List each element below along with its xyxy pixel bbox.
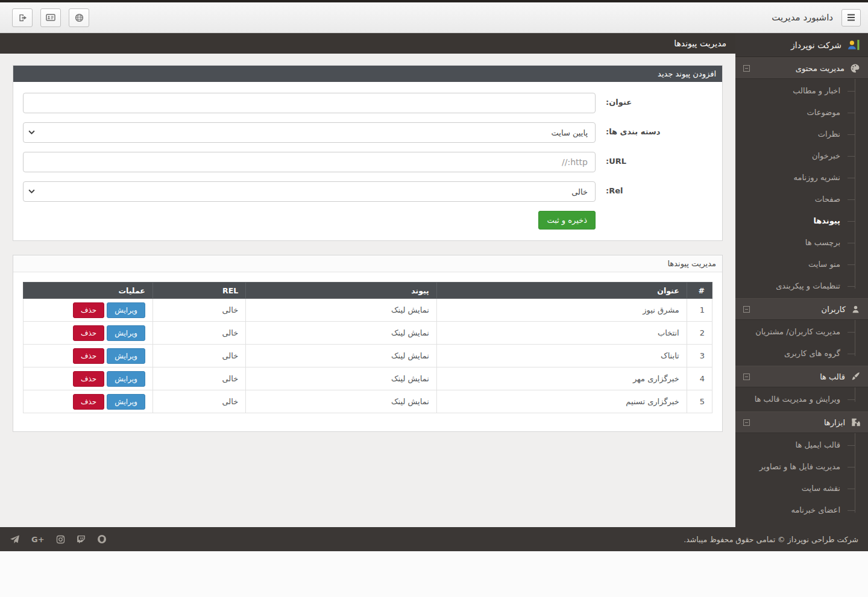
profile-card-button[interactable] xyxy=(40,8,61,27)
column-header-0: # xyxy=(687,283,712,299)
links-list-panel: مدیریت پیوندها #عنوانپیوندRELعملیات 1مشر… xyxy=(13,255,723,432)
delete-button[interactable]: حذف xyxy=(73,325,104,341)
link-cell: نمایش لینک xyxy=(246,322,437,345)
show-link-anchor[interactable]: نمایش لینک xyxy=(391,328,429,337)
site-view-button[interactable] xyxy=(69,8,89,27)
show-link-anchor[interactable]: نمایش لینک xyxy=(391,397,429,406)
logout-icon xyxy=(18,13,27,22)
instagram-link[interactable] xyxy=(56,535,65,544)
sidebar-item-tools-3[interactable]: اعضای خبرنامه xyxy=(735,499,868,521)
edit-button[interactable]: ویرایش xyxy=(107,325,145,341)
link-title-cell: تابناک xyxy=(436,345,687,367)
id-card-icon xyxy=(46,13,55,22)
add-link-form: عنوان:دسته بندی ها:پایین سایتURL:Rel:خال… xyxy=(13,82,722,240)
sidebar-item-tools-0[interactable]: قالب ایمیل ها xyxy=(735,434,868,456)
collapse-minus-icon xyxy=(743,65,750,72)
sidebar-item-content-9[interactable]: تنظیمات و پیکربندی xyxy=(735,275,868,297)
twitch-link[interactable] xyxy=(77,535,86,544)
show-link-anchor[interactable]: نمایش لینک xyxy=(391,305,429,314)
rel-form-row: Rel:خالی xyxy=(23,181,712,202)
edit-button[interactable]: ویرایش xyxy=(107,348,145,364)
title-form-row: عنوان: xyxy=(23,93,712,113)
sidebar-item-content-7[interactable]: برچسب ها xyxy=(735,232,868,254)
puzzle-icon xyxy=(851,417,860,427)
sidebar-item-tools-2[interactable]: نقشه سایت xyxy=(735,478,868,499)
menu-toggle-button[interactable] xyxy=(841,9,861,27)
sidebar-section-content[interactable]: مدیریت محتوی xyxy=(735,57,868,79)
logout-button[interactable] xyxy=(12,8,33,27)
sidebar-section-items-templates: ویرایش و مدیریت قالب ها xyxy=(735,387,868,411)
save-button[interactable]: ذخیره و ثبت xyxy=(538,211,596,230)
sidebar-section-items-tools: قالب ایمیل هامدیریت فایل ها و تصاویرنقشه… xyxy=(735,433,868,522)
shield-circle-link[interactable] xyxy=(97,534,107,544)
sidebar-item-content-5[interactable]: صفحات xyxy=(735,189,868,210)
links-table: #عنوانپیوندRELعملیات 1مشرق نیوزنمایش لین… xyxy=(23,282,712,413)
sidebar-item-users-0[interactable]: مدیریت کاربران/ مشتریان xyxy=(735,321,868,343)
twitch-icon xyxy=(77,535,86,544)
table-row: 2انتخابنمایش لینکخالیویرایشحذف xyxy=(24,322,712,345)
sidebar-section-tools[interactable]: ابزارها xyxy=(735,411,868,433)
sidebar-item-content-4[interactable]: نشریه روزنامه xyxy=(735,167,868,189)
rel-cell: خالی xyxy=(153,299,245,322)
sidebar-section-templates[interactable]: قالب ها xyxy=(735,366,868,387)
sidebar-item-content-2[interactable]: نظرات xyxy=(735,123,868,145)
sidebar-section-label: ابزارها xyxy=(824,418,845,427)
category-label: دسته بندی ها: xyxy=(596,122,712,143)
edit-button[interactable]: ویرایش xyxy=(107,302,145,318)
sidebar-company[interactable]: شرکت نوپرداز xyxy=(735,33,868,57)
edit-button[interactable]: ویرایش xyxy=(107,394,145,410)
footer-social-links: G+ xyxy=(10,534,107,545)
sidebar-section-items-users: مدیریت کاربران/ مشتریانگروه های کاربری xyxy=(735,320,868,366)
sidebar-item-users-1[interactable]: گروه های کاربری xyxy=(735,343,868,364)
table-row: 1مشرق نیوزنمایش لینکخالیویرایشحذف xyxy=(24,299,712,322)
user-icon xyxy=(851,305,860,314)
table-row: 3تابناکنمایش لینکخالیویرایشحذف xyxy=(24,345,712,367)
google-plus-link[interactable]: G+ xyxy=(31,535,45,544)
google-plus-icon: G+ xyxy=(31,535,45,544)
main-content: مدیریت پیوندها افزودن پیوند جدید عنوان:د… xyxy=(0,33,735,527)
sidebar-section-users[interactable]: کاربران xyxy=(735,298,868,320)
url-label: URL: xyxy=(596,152,712,172)
admin-dashboard: داشبورد مدیریت شرکت نوپرداز مدیریت محتوی… xyxy=(0,0,868,597)
sidebar-item-content-6[interactable]: پیوندها xyxy=(735,210,868,232)
rel-cell: خالی xyxy=(153,367,245,390)
telegram-icon xyxy=(10,534,20,545)
telegram-link[interactable] xyxy=(10,534,20,545)
show-link-anchor[interactable]: نمایش لینک xyxy=(391,351,429,360)
palette-icon xyxy=(850,63,860,73)
brush-icon xyxy=(851,372,860,381)
sidebar-item-tools-1[interactable]: مدیریت فایل ها و تصاویر xyxy=(735,456,868,478)
link-cell: نمایش لینک xyxy=(246,345,437,367)
category-select[interactable]: پایین سایت xyxy=(23,122,596,143)
sidebar: شرکت نوپرداز مدیریت محتویاخبار و مطالبمو… xyxy=(735,33,868,527)
row-number-cell: 5 xyxy=(687,390,712,413)
collapse-minus-icon xyxy=(743,306,750,313)
column-header-1: عنوان xyxy=(436,283,687,299)
delete-button[interactable]: حذف xyxy=(73,394,104,410)
sidebar-item-templates-0[interactable]: ویرایش و مدیریت قالب ها xyxy=(735,389,868,410)
links-table-wrap: #عنوانپیوندRELعملیات 1مشرق نیوزنمایش لین… xyxy=(13,272,722,431)
rel-cell: خالی xyxy=(153,345,245,367)
column-header-4: عملیات xyxy=(24,283,153,299)
title-input[interactable] xyxy=(23,93,596,113)
show-link-anchor[interactable]: نمایش لینک xyxy=(391,374,429,383)
row-number-cell: 4 xyxy=(687,367,712,390)
delete-button[interactable]: حذف xyxy=(73,302,104,318)
collapse-minus-icon xyxy=(743,374,750,380)
row-number-cell: 2 xyxy=(687,322,712,345)
delete-button[interactable]: حذف xyxy=(73,348,104,364)
column-header-3: REL xyxy=(153,283,245,299)
links-list-panel-header: مدیریت پیوندها xyxy=(13,255,722,272)
delete-button[interactable]: حذف xyxy=(73,371,104,387)
url-input[interactable] xyxy=(23,152,596,172)
sidebar-item-content-1[interactable]: موضوعات xyxy=(735,102,868,123)
sidebar-item-content-8[interactable]: منو سایت xyxy=(735,254,868,275)
url-form-row: URL: xyxy=(23,152,712,172)
rel-select[interactable]: خالی xyxy=(23,181,596,202)
sidebar-item-content-3[interactable]: خبرخوان xyxy=(735,145,868,167)
row-number-cell: 1 xyxy=(687,299,712,322)
edit-button[interactable]: ویرایش xyxy=(107,371,145,387)
link-cell: نمایش لینک xyxy=(246,390,437,413)
sidebar-item-content-0[interactable]: اخبار و مطالب xyxy=(735,80,868,102)
operations-cell: ویرایشحذف xyxy=(24,345,153,367)
